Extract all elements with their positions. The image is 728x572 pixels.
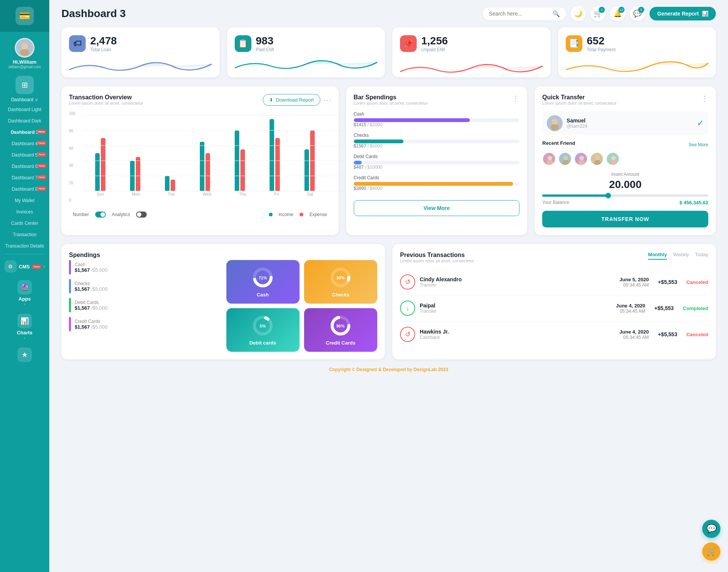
nav-label: Transaction Details <box>5 243 44 249</box>
card-header: Transaction Overview Lorem ipsum dolor s… <box>69 94 331 110</box>
charts-icon: 📊 <box>17 314 32 328</box>
svg-text:71%: 71% <box>259 276 267 280</box>
badge-new: New <box>37 130 46 134</box>
search-box: 🔍 <box>483 7 566 20</box>
transfer-now-button[interactable]: TRANSFER NOW <box>542 211 708 227</box>
generate-report-label: Generate Report <box>657 11 699 17</box>
sidebar-item-dashboard-7[interactable]: Dashboard 7 New <box>0 172 49 183</box>
sidebar-item-dashboard-6[interactable]: Dashboard 6 New <box>0 161 49 172</box>
footer-brand: DexignLab <box>414 367 437 372</box>
footer-text2: 2023 <box>437 367 448 372</box>
analytics-toggle[interactable] <box>136 212 147 218</box>
charts-label: Charts <box>17 330 32 335</box>
spendings-list-item-debit: Debit Cards $1,567 /$5,000 <box>69 298 220 312</box>
friend-avatar-2[interactable] <box>558 152 572 166</box>
transfer-now-label: TRANSFER NOW <box>601 216 649 222</box>
sidebar-item-dashboard-8[interactable]: Dashboard 8 New <box>0 183 49 195</box>
friend-avatar-3[interactable] <box>574 152 588 166</box>
friend-avatar-1[interactable] <box>542 152 556 166</box>
spending-bar-bg <box>354 118 520 122</box>
download-report-button[interactable]: ⬇ Download Report <box>263 94 320 106</box>
y-label: 80 <box>69 129 75 133</box>
more-menu-icon[interactable]: ⋯ <box>323 96 331 105</box>
nav-label: Transaction <box>13 232 36 237</box>
sidebar-nav: Dashboard Light Dashboard Dark Dashboard… <box>0 104 49 252</box>
sidebar-item-dashboard-light[interactable]: Dashboard Light <box>0 104 49 115</box>
chart-legend: Number Analytics Income Expense <box>69 210 331 219</box>
tx-status-canceled: Canceled <box>686 279 708 285</box>
sidebar-item-transaction-details[interactable]: Transaction Details <box>0 240 49 252</box>
bell-button[interactable]: 🔔 12 <box>610 6 625 21</box>
tab-weekly[interactable]: Weekly <box>673 252 689 260</box>
cms-arrow-icon: › <box>43 264 45 269</box>
stat-card-total-loan: 🏷 2,478 Total Loan <box>61 27 220 77</box>
moon-toggle-button[interactable]: 🌙 <box>571 6 586 21</box>
grid-lines <box>83 111 345 202</box>
user-email: william@gmail.com <box>8 65 41 69</box>
sidebar-logo: 💳 <box>0 0 49 32</box>
svg-point-16 <box>563 156 568 160</box>
amount-slider[interactable] <box>542 194 708 197</box>
tab-monthly[interactable]: Monthly <box>648 252 667 260</box>
sidebar-item-favorites[interactable]: ★ <box>0 344 49 367</box>
tx-status-completed: Completed <box>683 306 708 311</box>
sidebar-item-transaction[interactable]: Transaction <box>0 229 49 240</box>
cart-button[interactable]: 🛒 2 <box>590 6 606 21</box>
bell-badge: 12 <box>618 7 624 13</box>
balance-value: $ 456,345.62 <box>679 200 708 205</box>
sidebar-item-dashboard-5[interactable]: Dashboard 5 New <box>0 149 49 161</box>
transfer-user-name: Samuel <box>566 118 587 124</box>
tx-amount: +$5,553 <box>658 331 677 337</box>
sidebar-item-charts[interactable]: 📊 Charts › <box>0 310 49 344</box>
dashboard-icon[interactable]: ⊞ <box>16 76 34 94</box>
sidebar-item-dashboard-3[interactable]: Dashboard 3 New <box>0 127 49 138</box>
sidebar: 💳 Hi,William william@gmail.com ⊞ Dashboa… <box>0 0 49 572</box>
stat-label: Paid EMI <box>256 47 275 52</box>
number-toggle[interactable] <box>95 212 106 218</box>
sidebar-item-invoices[interactable]: Invoices <box>0 206 49 218</box>
card-title-area: Bar Spendings Lorem ipsum dolor sit amet… <box>354 94 428 110</box>
username-label: Hi,William <box>13 59 36 65</box>
badge-new: New <box>37 164 46 168</box>
sidebar-item-dashboard-dark[interactable]: Dashboard Dark <box>0 115 49 127</box>
see-more-link[interactable]: See More <box>689 142 708 147</box>
view-more-button[interactable]: View More <box>354 200 520 216</box>
table-row: ↺ Cindy Alexandro Transfer June 5, 2020 … <box>400 269 708 295</box>
y-label: 0 <box>69 198 75 202</box>
stat-card-unpaid-emi: 📌 1,256 Unpaid EMI <box>392 27 551 77</box>
transfer-user-info: Samuel @sam224 <box>566 118 587 129</box>
stat-chart <box>400 55 543 77</box>
friend-avatar-5[interactable] <box>606 152 620 166</box>
sidebar-item-cards-center[interactable]: Cards Center <box>0 218 49 229</box>
sidebar-item-dashboard-4[interactable]: Dashboard 4 New <box>0 138 49 149</box>
search-input[interactable] <box>489 11 549 17</box>
nav-label: Dashboard 6 <box>12 164 38 169</box>
tx-info: Cindy Alexandro Transfer <box>420 276 462 288</box>
generate-report-button[interactable]: Generate Report 📊 <box>650 7 716 20</box>
spending-name: Debit Cards <box>75 300 220 305</box>
divider <box>5 254 44 254</box>
slider-thumb <box>606 193 611 198</box>
bar-spendings-menu-icon[interactable]: ⋮ <box>512 94 519 103</box>
spendings-content: Cash $1,567 /$5,000 Checks $1,567 /$5,00… <box>69 260 377 352</box>
check-icon: ✓ <box>697 118 704 128</box>
sidebar-item-my-wallet[interactable]: My Wallet <box>0 195 49 206</box>
sidebar-item-cms[interactable]: ⚙ CMS New › <box>0 257 49 276</box>
message-button[interactable]: 💬 5 <box>630 6 645 21</box>
quick-transfer-menu-icon[interactable]: ⋮ <box>701 94 708 103</box>
spending-bar-fill <box>354 182 513 186</box>
tx-time: 05:34:45 AM <box>620 282 649 288</box>
cms-label: CMS <box>19 264 30 270</box>
unpaid-emi-icon: 📌 <box>400 35 417 52</box>
svg-point-17 <box>562 160 569 165</box>
spending-item-credit: Credit Cards $3890 / $4000 <box>354 175 520 191</box>
svg-point-19 <box>579 156 584 160</box>
tab-today[interactable]: Today <box>695 252 708 260</box>
sidebar-item-apps[interactable]: 🔮 Apps › <box>0 276 49 310</box>
friend-avatar-4[interactable] <box>590 152 604 166</box>
tx-type: Cashback <box>420 335 449 340</box>
cart-fab-button[interactable]: 🛒 <box>702 542 720 561</box>
spending-value: $1,567 /$5,000 <box>75 324 220 330</box>
support-fab-button[interactable]: 💬 <box>702 520 720 538</box>
stat-info: 983 Paid EMI <box>256 35 275 52</box>
